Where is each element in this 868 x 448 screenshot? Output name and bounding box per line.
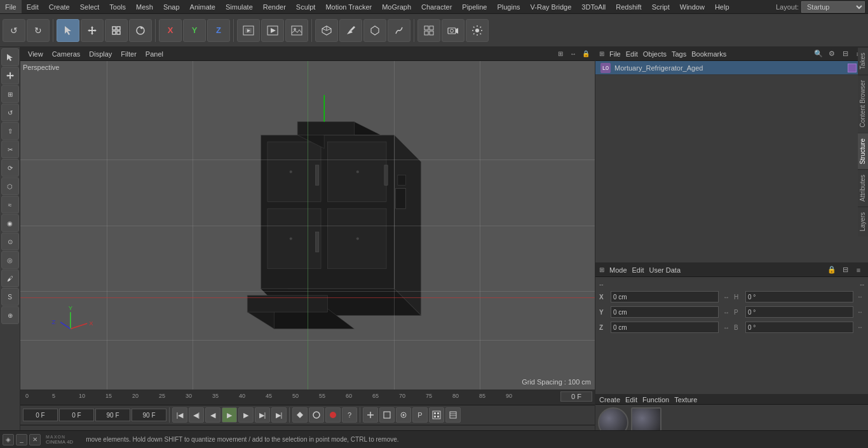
- tab-structure[interactable]: Structure: [858, 133, 868, 170]
- status-icon-minimize[interactable]: _: [16, 434, 27, 445]
- attr-menu-mode[interactable]: Mode: [609, 266, 627, 274]
- vp-menu-panel[interactable]: Panel: [142, 50, 167, 58]
- status-icon-close[interactable]: ✕: [29, 434, 41, 445]
- keyframe-button[interactable]: [292, 407, 308, 423]
- menu-help[interactable]: Help: [710, 0, 735, 13]
- attr-x-pos[interactable]: [611, 291, 719, 302]
- menu-render[interactable]: Render: [258, 0, 291, 13]
- pen-tool-button[interactable]: [339, 19, 362, 42]
- sidebar-sculpt2[interactable]: ⊙: [1, 233, 19, 250]
- vp-menu-display[interactable]: Display: [85, 50, 116, 58]
- menu-animate[interactable]: Animate: [185, 0, 220, 13]
- menu-redshift[interactable]: Redshift: [611, 0, 646, 13]
- attr-menu-edit[interactable]: Edit: [632, 266, 644, 274]
- sidebar-extrude[interactable]: ⇧: [1, 122, 19, 140]
- obj-filter-icon[interactable]: ⚙: [826, 48, 837, 60]
- goto-start-button[interactable]: |◀: [172, 407, 187, 423]
- snap-anim-button[interactable]: [396, 407, 411, 423]
- tab-attributes[interactable]: Attributes: [858, 169, 868, 207]
- mat-menu-create[interactable]: Create: [599, 396, 620, 404]
- end-frame-field[interactable]: [95, 409, 130, 421]
- help-button[interactable]: ?: [342, 407, 357, 423]
- prev-key-button[interactable]: ◀|: [189, 407, 204, 423]
- menu-simulate[interactable]: Simulate: [220, 0, 258, 13]
- menu-motion-tracker[interactable]: Motion Tracker: [320, 0, 377, 13]
- sidebar-knife[interactable]: ✂: [1, 140, 19, 158]
- obj-search-icon[interactable]: 🔍: [813, 48, 824, 60]
- play-mode-button[interactable]: P: [412, 407, 428, 423]
- obj-menu-objects[interactable]: Objects: [643, 50, 667, 58]
- menu-plugins[interactable]: Plugins: [492, 0, 525, 13]
- attr-expand-icon[interactable]: ⊟: [839, 264, 851, 276]
- menu-file[interactable]: File: [0, 0, 22, 13]
- sidebar-select[interactable]: [1, 48, 19, 66]
- vp-menu-filter[interactable]: Filter: [117, 50, 140, 58]
- menu-3dtoall[interactable]: 3DToAll: [576, 0, 611, 13]
- fps-button[interactable]: [429, 407, 444, 423]
- polygon-tool-button[interactable]: [363, 19, 386, 42]
- vp-menu-cameras[interactable]: Cameras: [48, 50, 85, 58]
- sidebar-bridge[interactable]: ⬡: [1, 177, 19, 195]
- undo-button[interactable]: ↺: [3, 19, 25, 42]
- cube-object-button[interactable]: [315, 19, 338, 42]
- attr-b-val[interactable]: [745, 322, 853, 333]
- start-frame-field[interactable]: [23, 409, 58, 421]
- mat-menu-function[interactable]: Function: [642, 396, 669, 404]
- rotate-tool-button[interactable]: [129, 19, 152, 42]
- sidebar-rotate[interactable]: ↺: [1, 104, 19, 121]
- attr-lock-icon[interactable]: 🔒: [826, 264, 837, 276]
- start-frame-field2[interactable]: [59, 409, 94, 421]
- mat-menu-edit[interactable]: Edit: [625, 396, 637, 404]
- sidebar-sculpt3[interactable]: ◎: [1, 251, 19, 269]
- menu-sculpt[interactable]: Sculpt: [291, 0, 321, 13]
- obj-menu-bookmarks[interactable]: Bookmarks: [691, 50, 726, 58]
- select-tool-button[interactable]: [57, 19, 79, 42]
- attr-settings-icon[interactable]: ≡: [853, 264, 864, 276]
- sidebar-smooth[interactable]: ≈: [1, 196, 19, 214]
- goto-end-button[interactable]: ▶|: [271, 407, 287, 423]
- sidebar-move[interactable]: [1, 67, 19, 85]
- sidebar-loop[interactable]: ⟳: [1, 159, 19, 177]
- play-button[interactable]: ▶: [222, 407, 237, 423]
- layout-dropdown[interactable]: Startup: [801, 1, 865, 13]
- menu-select[interactable]: Select: [75, 0, 105, 13]
- sidebar-paint2[interactable]: S: [1, 288, 19, 306]
- viewport[interactable]: Perspective: [20, 61, 595, 390]
- menu-mesh[interactable]: Mesh: [131, 0, 158, 13]
- next-key-button[interactable]: ▶|: [255, 407, 270, 423]
- menu-mograph[interactable]: MoGraph: [377, 0, 416, 13]
- z-axis-button[interactable]: Z: [207, 19, 230, 42]
- menu-tools[interactable]: Tools: [104, 0, 131, 13]
- vp-icon-lock[interactable]: 🔒: [581, 49, 591, 59]
- move-tool-button[interactable]: [81, 19, 104, 42]
- tab-content-browser[interactable]: Content Browser: [858, 74, 868, 132]
- frame-counter[interactable]: 0 F: [560, 391, 592, 402]
- menu-vray[interactable]: V-Ray Bridge: [526, 0, 577, 13]
- tab-takes[interactable]: Takes: [858, 47, 868, 74]
- render-region-button[interactable]: [237, 19, 260, 42]
- object-item[interactable]: L0 Mortuary_Refrigerator_Aged •: [595, 61, 868, 75]
- next-frame-button[interactable]: ▶: [238, 407, 254, 423]
- sidebar-snap[interactable]: ⊕: [1, 306, 19, 324]
- scale-tool-button[interactable]: [105, 19, 128, 42]
- menu-window[interactable]: Window: [675, 0, 710, 13]
- sidebar-scale[interactable]: ⊞: [1, 85, 19, 103]
- menu-create[interactable]: Create: [44, 0, 75, 13]
- menu-pipeline[interactable]: Pipeline: [457, 0, 492, 13]
- record-button[interactable]: [309, 407, 324, 423]
- attr-h-val[interactable]: [745, 291, 853, 302]
- prev-frame-button[interactable]: ◀: [205, 407, 220, 423]
- obj-expand-icon[interactable]: ⊟: [839, 48, 851, 60]
- y-axis-button[interactable]: Y: [183, 19, 206, 42]
- object-color-swatch[interactable]: [848, 64, 857, 72]
- redo-button[interactable]: ↻: [27, 19, 50, 42]
- attr-z-pos[interactable]: [611, 322, 719, 333]
- vp-icon-expand[interactable]: ⊞: [555, 49, 566, 59]
- status-icon-render[interactable]: ◈: [3, 434, 14, 445]
- menu-script[interactable]: Script: [647, 0, 675, 13]
- vp-menu-view[interactable]: View: [24, 50, 47, 58]
- menu-character[interactable]: Character: [416, 0, 457, 13]
- end-frame-field2[interactable]: [132, 409, 166, 421]
- grid-view-button[interactable]: [417, 19, 440, 42]
- light-button[interactable]: [466, 19, 489, 42]
